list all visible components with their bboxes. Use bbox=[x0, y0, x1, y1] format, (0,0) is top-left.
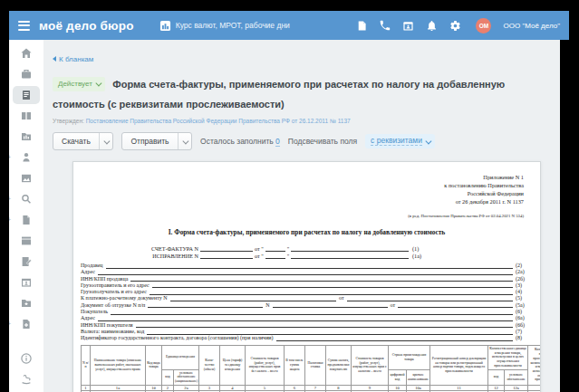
field-number: (8) bbox=[513, 335, 533, 341]
field-number: (5а) bbox=[513, 302, 533, 309]
table-header-cell: Регистрационный номер декларации на това… bbox=[430, 345, 488, 385]
plus-icon: + bbox=[9, 196, 11, 202]
table-header-cell: Налоговая ставка bbox=[305, 345, 326, 385]
form-line: Продавец(2) bbox=[81, 262, 533, 268]
sidebar-item-folder-chart[interactable] bbox=[15, 130, 37, 143]
sidebar-item-document[interactable]: + bbox=[15, 214, 37, 226]
field-number: (1а) bbox=[409, 253, 430, 259]
form-line: ИНН/КПП покупателя(6б) bbox=[81, 321, 533, 328]
appendix-line: Приложение N 1 bbox=[81, 173, 524, 181]
table-header-cell: Стоимость товаров (работ, услуг), имущес… bbox=[246, 345, 285, 385]
sidebar-item-briefcase[interactable] bbox=[15, 68, 37, 81]
sidebar-item-image-chart[interactable] bbox=[15, 172, 37, 185]
table-header-cell: код bbox=[162, 369, 174, 385]
invoice-table: N п/пНаименование товара (описание выпол… bbox=[81, 345, 541, 392]
approved-line: Утвержден: Постановление Правительства Р… bbox=[53, 118, 560, 124]
status-badge[interactable]: Действует bbox=[53, 77, 105, 91]
blank-line bbox=[152, 282, 513, 288]
gear-icon[interactable] bbox=[449, 20, 461, 32]
company-name[interactable]: ООО "Моё дело" bbox=[503, 22, 560, 30]
field-number: (6) bbox=[513, 309, 533, 315]
send-button[interactable]: Отправить bbox=[121, 132, 192, 150]
sidebar-item-document-add[interactable]: + bbox=[15, 318, 37, 330]
field-number: (2) bbox=[513, 263, 533, 269]
blank-line bbox=[98, 269, 513, 275]
page-title: Форма счета-фактуры, применяемого при ра… bbox=[53, 79, 505, 110]
sidebar-item-documents[interactable] bbox=[15, 89, 37, 101]
blank-line bbox=[111, 309, 513, 315]
invoice-fields: Продавец(2)Адрес(2а)ИНН/КПП продавца(2б)… bbox=[81, 262, 533, 341]
app-window: моё дело бюро Курс валют, МРОТ, рабочие … bbox=[9, 11, 569, 392]
topbar-actions: ОМ ООО "Моё дело" bbox=[355, 18, 560, 33]
browser-icon bbox=[20, 234, 33, 247]
home-icon bbox=[20, 47, 33, 60]
blank-line bbox=[136, 321, 513, 328]
send-caret-icon[interactable] bbox=[178, 133, 192, 149]
blank-line bbox=[150, 289, 513, 295]
document-sheet: Приложение N 1к постановлению Правительс… bbox=[72, 161, 541, 392]
sidebar-item-browser[interactable] bbox=[15, 234, 37, 247]
download-button[interactable]: Скачать bbox=[53, 132, 113, 150]
field-number: (7) bbox=[513, 329, 533, 335]
hand-icon bbox=[20, 373, 33, 386]
search-icon bbox=[20, 193, 33, 206]
sidebar-item-book[interactable] bbox=[15, 110, 37, 122]
book-icon bbox=[20, 110, 33, 122]
blank-line bbox=[265, 245, 285, 252]
blank-line bbox=[265, 253, 285, 259]
calendar-icon[interactable] bbox=[402, 20, 414, 32]
blank-line bbox=[398, 301, 513, 308]
document-icon[interactable] bbox=[355, 20, 367, 32]
avatar[interactable]: ОМ bbox=[476, 18, 491, 33]
highlight-value-dropdown[interactable]: с реквизитами bbox=[365, 134, 435, 148]
form-line: ИНН/КПП продавца(2б) bbox=[81, 275, 533, 282]
back-link[interactable]: К бланкам bbox=[53, 55, 93, 63]
table-header-cell: В том числе сумма акциза bbox=[285, 345, 305, 385]
blank-line bbox=[106, 263, 513, 269]
rates-button[interactable]: Курс валют, МРОТ, рабочие дни bbox=[154, 19, 295, 33]
sidebar-item-search[interactable]: + bbox=[15, 193, 37, 206]
sidebar-item-org[interactable]: + bbox=[15, 151, 37, 164]
edit-document-icon bbox=[20, 255, 33, 268]
remaining-count[interactable]: 0 bbox=[275, 137, 280, 147]
chevron-down-icon bbox=[426, 138, 431, 143]
main-content: К бланкам Действует Форма счета-фактуры,… bbox=[43, 40, 560, 392]
table-header-cell: Количество товара, подлежащего прослежив… bbox=[528, 345, 541, 385]
folder-chart-icon bbox=[20, 130, 33, 143]
form-line: Документ об отгрузке N п/пNот(5а) bbox=[81, 301, 533, 308]
sidebar-item-edit-document[interactable] bbox=[15, 255, 37, 268]
documents-icon bbox=[20, 89, 33, 101]
briefcase-icon bbox=[20, 68, 33, 81]
field-number: (2а) bbox=[513, 269, 533, 275]
blank-line bbox=[200, 245, 253, 252]
rates-button-label: Курс валют, МРОТ, рабочие дни bbox=[176, 21, 290, 30]
bell-icon[interactable] bbox=[426, 20, 438, 32]
field-number: (5) bbox=[513, 295, 533, 301]
blank-line bbox=[273, 301, 388, 308]
approved-link[interactable]: Постановление Правительства Российской Ф… bbox=[86, 118, 351, 124]
plus-icon: + bbox=[9, 154, 11, 160]
table-header-cell: Страна происхождения товара bbox=[389, 345, 430, 369]
remaining-label: Осталось заполнить 0 bbox=[200, 137, 280, 146]
blank-line bbox=[147, 329, 513, 335]
chevron-down-icon bbox=[96, 81, 101, 86]
form-line: Валюта: наименование, код(7) bbox=[81, 328, 533, 334]
phone-icon[interactable] bbox=[379, 20, 391, 32]
blank-line bbox=[130, 275, 513, 282]
appendix-line: Российской Федерации bbox=[81, 189, 524, 197]
sidebar-item-home[interactable] bbox=[15, 47, 37, 60]
sidebar-item-folder-star[interactable] bbox=[15, 297, 37, 310]
sidebar-item-hand[interactable] bbox=[15, 373, 37, 386]
chart-icon bbox=[159, 20, 171, 32]
blank-line bbox=[347, 295, 513, 301]
appendix-block: Приложение N 1к постановлению Правительс… bbox=[81, 173, 524, 206]
table-header-cell: условное обозначение bbox=[505, 369, 528, 385]
field-number: (3) bbox=[513, 282, 533, 289]
sidebar-item-info[interactable] bbox=[15, 352, 37, 365]
download-caret-icon[interactable] bbox=[99, 133, 113, 149]
top-bar: моё дело бюро Курс валют, МРОТ, рабочие … bbox=[9, 11, 569, 40]
form-line: Покупатель(6) bbox=[81, 308, 533, 314]
menu-icon[interactable] bbox=[18, 21, 30, 31]
sidebar-item-calendar-person[interactable] bbox=[15, 276, 37, 289]
field-number: (4) bbox=[513, 289, 533, 295]
